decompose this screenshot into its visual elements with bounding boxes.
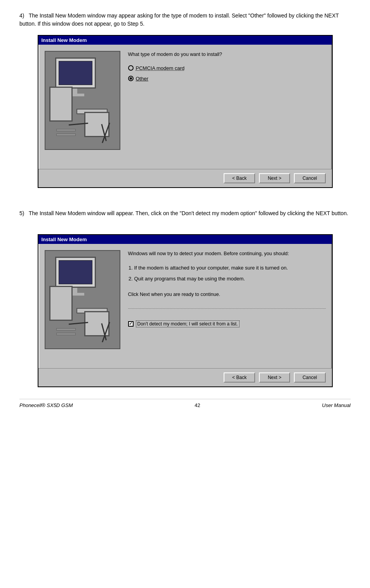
dialog-install-modem-1: Install New Modem	[38, 35, 333, 188]
radio-circle-other[interactable]	[128, 76, 134, 81]
dialog-footer-1: < Back Next > Cancel	[38, 169, 332, 187]
dialog-intro-2: Windows will now try to detect your mode…	[128, 250, 326, 257]
dialog-content-2: Windows will now try to detect your mode…	[128, 250, 326, 362]
cancel-button-2[interactable]: Cancel	[294, 372, 325, 383]
spacer	[19, 200, 351, 209]
tower-slot-1	[56, 129, 76, 131]
dialog-install-modem-2: Install New Modem	[38, 234, 333, 387]
monitor-1	[55, 57, 96, 89]
footer-left: Phonecell® SX5D GSM	[19, 402, 73, 408]
next-button-1[interactable]: Next >	[259, 173, 290, 183]
footer-center: 42	[195, 402, 200, 408]
checkbox-dont-detect[interactable]: ✓	[128, 321, 134, 327]
monitor-screen-2	[59, 260, 92, 284]
dialog-body-1: What type of modem do you want to instal…	[38, 45, 332, 169]
dialog-content-1: What type of modem do you want to instal…	[128, 51, 326, 163]
back-button-2[interactable]: < Back	[224, 372, 255, 383]
dialog-footer-2: < Back Next > Cancel	[38, 368, 332, 386]
step4-number: 4)	[19, 12, 24, 19]
tower-1	[49, 87, 73, 122]
dialog-illustration-1	[45, 51, 120, 150]
dialog-title-2: Install New Modem	[38, 235, 332, 244]
radio-circle-pcmcia[interactable]	[128, 65, 134, 71]
radio-other[interactable]: Other	[128, 76, 326, 82]
radio-label-other: Other	[136, 76, 149, 82]
checkbox-label-dont-detect: Don't detect my modem; I will select it …	[136, 320, 240, 327]
dialog-illustration-2	[45, 250, 120, 349]
radio-pcmcia[interactable]: PCMCIA modem card	[128, 65, 326, 71]
monitor-2	[55, 257, 96, 288]
next-button-2[interactable]: Next >	[259, 372, 290, 383]
dialog-body-2: Windows will now try to detect your mode…	[38, 244, 332, 368]
monitor-screen-1	[59, 61, 92, 85]
list-item-2: Quit any programs that may be using the …	[134, 275, 326, 282]
back-button-1[interactable]: < Back	[224, 173, 255, 183]
list-item-1: If the modem is attached to your compute…	[134, 264, 326, 271]
footer-right: User Manual	[322, 402, 351, 408]
dialog-list-2: If the modem is attached to your compute…	[134, 264, 326, 286]
tower-2	[49, 286, 73, 321]
tower-slot2-1	[56, 134, 76, 136]
tower-slot2-2	[56, 333, 76, 335]
checkbox-container[interactable]: ✓ Don't detect my modem; I will select i…	[128, 320, 326, 327]
dialog-click-text: Click Next when you are ready to continu…	[128, 291, 326, 298]
tower-slot-2	[56, 328, 76, 331]
step5-number: 5)	[19, 210, 24, 216]
dialog-question-1: What type of modem do you want to instal…	[128, 51, 326, 58]
cancel-button-1[interactable]: Cancel	[294, 173, 325, 183]
spacer2	[19, 224, 351, 234]
footer: Phonecell® SX5D GSM 42 User Manual	[19, 399, 351, 408]
step5-text: 5) The Install New Modem window will app…	[19, 209, 351, 217]
radio-label-pcmcia: PCMCIA modem card	[136, 65, 185, 71]
dialog-divider	[128, 308, 326, 309]
step4-text: 4) The Install New Modem window may appe…	[19, 12, 351, 28]
dialog-title-1: Install New Modem	[38, 36, 332, 45]
